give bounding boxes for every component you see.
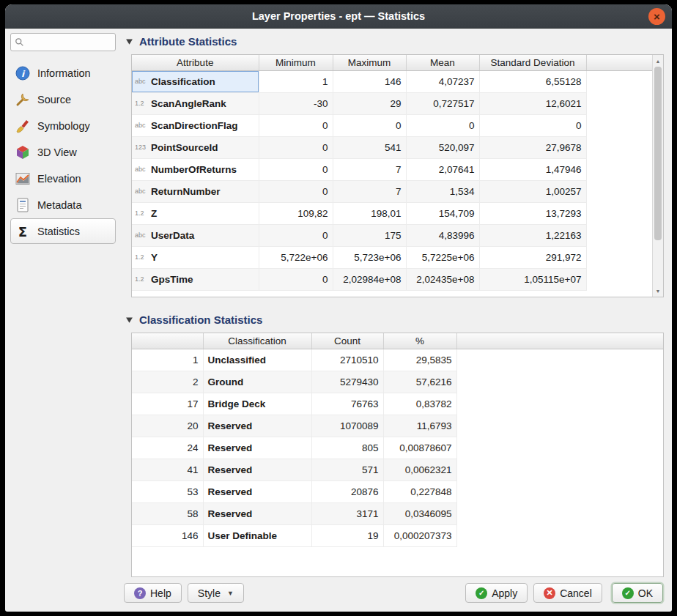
cancel-button[interactable]: ✕ Cancel [533,583,602,603]
minimum-cell[interactable]: 0 [259,224,333,246]
titlebar[interactable]: Layer Properties - ept — Statistics × [5,4,672,29]
sidebar-item-information[interactable]: iInformation [10,60,116,86]
maximum-cell[interactable]: 541 [333,136,406,158]
attribute-name-cell[interactable]: abcUserData [132,224,259,246]
class-percent-cell[interactable]: 0,227848 [383,480,456,502]
stddev-cell[interactable]: 6,55128 [479,70,586,92]
maximum-cell[interactable]: 175 [333,224,406,246]
class-count-cell[interactable]: 571 [311,459,383,480]
classification-column-header[interactable]: Count [311,333,383,349]
class-name-cell[interactable]: Unclassified [203,349,311,371]
class-code-cell[interactable]: 41 [132,459,203,480]
sidebar-item-3d-view[interactable]: 3D View [10,139,116,165]
class-name-cell[interactable]: Bridge Deck [203,393,311,415]
classification-statistics-table[interactable]: ClassificationCount% 1Unclassified271051… [131,333,664,577]
class-count-cell[interactable]: 1070089 [311,415,383,437]
attribute-row-pointsourceid[interactable]: 123PointSourceId0541520,09727,9678 [132,136,652,158]
maximum-cell[interactable]: 5,723e+06 [333,246,406,268]
class-name-cell[interactable]: Reserved [203,415,311,437]
sidebar-item-elevation[interactable]: Elevation [10,166,116,191]
classification-column-header[interactable]: Classification [203,333,311,349]
maximum-cell[interactable]: 7 [333,158,406,180]
search-input[interactable] [27,37,111,48]
class-name-cell[interactable]: Reserved [203,437,311,459]
classification-row-24[interactable]: 24Reserved8050,00878607 [132,437,663,459]
ok-button[interactable]: ✓ OK [612,583,663,603]
attribute-table-scrollbar[interactable]: ▲ ▼ [652,55,663,297]
mean-cell[interactable]: 0 [406,114,479,136]
attribute-row-userdata[interactable]: abcUserData01754,839961,22163 [132,224,652,246]
scroll-down-icon[interactable]: ▼ [653,286,663,296]
collapse-arrow-icon[interactable] [125,37,133,45]
class-count-cell[interactable]: 76763 [311,393,383,415]
attribute-column-header[interactable]: Mean [406,55,479,70]
maximum-cell[interactable]: 7 [333,180,406,202]
attribute-statistics-header[interactable]: Attribute Statistics [125,35,665,48]
class-code-cell[interactable]: 2 [132,371,203,393]
class-percent-cell[interactable]: 29,5835 [383,349,456,371]
class-percent-cell[interactable]: 11,6793 [383,415,456,437]
class-code-cell[interactable]: 1 [132,349,203,371]
stddev-cell[interactable]: 12,6021 [479,92,586,114]
attribute-name-cell[interactable]: 1.2GpsTime [132,268,259,290]
stddev-cell[interactable]: 1,47946 [479,158,586,180]
attribute-row-classification[interactable]: abcClassification11464,072376,55128 [132,70,652,92]
minimum-cell[interactable]: 0 [259,268,333,290]
minimum-cell[interactable]: 0 [259,158,333,180]
attribute-column-header[interactable]: Attribute [132,55,259,70]
attribute-name-cell[interactable]: abcNumberOfReturns [132,158,259,180]
class-percent-cell[interactable]: 0,83782 [383,393,456,415]
attribute-statistics-table[interactable]: AttributeMinimumMaximumMeanStandard Devi… [131,54,664,297]
class-code-cell[interactable]: 20 [132,415,203,437]
class-name-cell[interactable]: User Definable [203,524,311,546]
scrollbar-thumb[interactable] [654,67,662,240]
maximum-cell[interactable]: 0 [333,114,406,136]
class-name-cell[interactable]: Reserved [203,459,311,480]
class-percent-cell[interactable]: 0,00878607 [383,437,456,459]
attribute-row-y[interactable]: 1.2Y5,722e+065,723e+065,7225e+06291,972 [132,246,652,268]
attribute-column-header[interactable]: Maximum [333,55,406,70]
class-percent-cell[interactable]: 0,0346095 [383,502,456,524]
stddev-cell[interactable]: 1,22163 [479,224,586,246]
stddev-cell[interactable]: 13,7293 [479,202,586,224]
class-name-cell[interactable]: Ground [203,371,311,393]
maximum-cell[interactable]: 198,01 [333,202,406,224]
mean-cell[interactable]: 4,07237 [406,70,479,92]
sidebar-search[interactable] [10,33,116,51]
minimum-cell[interactable]: 0 [259,180,333,202]
class-code-cell[interactable]: 17 [132,393,203,415]
attribute-row-z[interactable]: 1.2Z109,82198,01154,70913,7293 [132,202,652,224]
class-name-cell[interactable]: Reserved [203,480,311,502]
classification-row-146[interactable]: 146User Definable190,000207373 [132,524,663,546]
attribute-name-cell[interactable]: 1.2Y [132,246,259,268]
minimum-cell[interactable]: 109,82 [259,202,333,224]
minimum-cell[interactable]: -30 [259,92,333,114]
classification-row-20[interactable]: 20Reserved107008911,6793 [132,415,663,437]
mean-cell[interactable]: 154,709 [406,202,479,224]
classification-statistics-header[interactable]: Classification Statistics [125,313,665,326]
class-name-cell[interactable]: Reserved [203,502,311,524]
class-percent-cell[interactable]: 57,6216 [383,371,456,393]
attribute-name-cell[interactable]: 1.2Z [132,202,259,224]
classification-row-1[interactable]: 1Unclassified271051029,5835 [132,349,663,371]
class-code-cell[interactable]: 53 [132,480,203,502]
attribute-name-cell[interactable]: 123PointSourceId [132,136,259,158]
sidebar-item-metadata[interactable]: Metadata [10,192,116,218]
sidebar-item-statistics[interactable]: ΣStatistics [10,218,116,244]
attribute-name-cell[interactable]: abcClassification [132,70,259,92]
mean-cell[interactable]: 2,02435e+08 [406,268,479,290]
classification-row-58[interactable]: 58Reserved31710,0346095 [132,502,663,524]
classification-column-header[interactable]: % [383,333,456,349]
stddev-cell[interactable]: 1,05115e+07 [479,268,586,290]
class-count-cell[interactable]: 20876 [311,480,383,502]
mean-cell[interactable]: 1,534 [406,180,479,202]
mean-cell[interactable]: 2,07641 [406,158,479,180]
stddev-cell[interactable]: 27,9678 [479,136,586,158]
mean-cell[interactable]: 520,097 [406,136,479,158]
attribute-name-cell[interactable]: abcScanDirectionFlag [132,114,259,136]
sidebar-item-source[interactable]: Source [10,86,116,112]
attribute-row-returnnumber[interactable]: abcReturnNumber071,5341,00257 [132,180,652,202]
minimum-cell[interactable]: 0 [259,136,333,158]
attribute-row-scananglerank[interactable]: 1.2ScanAngleRank-30290,72751712,6021 [132,92,652,114]
attribute-name-cell[interactable]: abcReturnNumber [132,180,259,202]
